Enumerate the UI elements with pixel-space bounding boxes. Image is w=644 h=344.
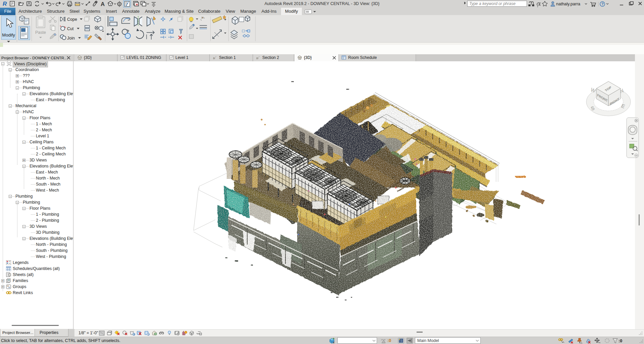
svg-text:Join: Join: [67, 36, 75, 41]
svg-text:?: ?: [601, 2, 604, 6]
svg-text:9: 9: [148, 333, 150, 336]
svg-text:Modify: Modify: [2, 32, 15, 38]
svg-text:R: R: [3, 1, 7, 7]
svg-text:Cope: Cope: [67, 17, 77, 22]
svg-text:1: 1: [96, 1, 97, 3]
svg-text:Paste: Paste: [35, 30, 46, 35]
svg-text:9: 9: [133, 333, 135, 336]
svg-text:A: A: [101, 1, 105, 7]
svg-text:Cut: Cut: [67, 26, 74, 31]
svg-text::0: :0: [619, 339, 622, 343]
svg-text:nathaly.parra: nathaly.parra: [556, 2, 580, 6]
